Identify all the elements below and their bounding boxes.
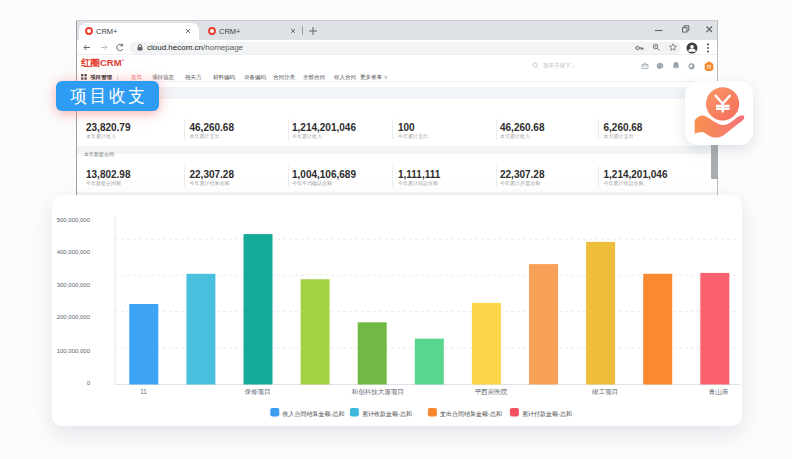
svg-text:支出合同结算金额-总和: 支出合同结算金额-总和: [440, 410, 502, 418]
svg-text:400,000,000: 400,000,000: [57, 249, 91, 255]
svg-text:平西府医院: 平西府医院: [475, 388, 508, 396]
svg-text:累计收款金额-总和: 累计收款金额-总和: [362, 410, 412, 418]
svg-text:和创科技大厦项目: 和创科技大厦项目: [351, 388, 404, 396]
svg-text:200,000,000: 200,000,000: [57, 314, 91, 320]
svg-text:累计付款金额-总和: 累计付款金额-总和: [522, 410, 572, 418]
svg-text:11: 11: [140, 388, 147, 395]
svg-text:竣工项目: 竣工项目: [592, 388, 618, 395]
svg-text:500,000,000: 500,000,000: [57, 217, 91, 223]
svg-text:青山庙: 青山庙: [709, 388, 729, 395]
svg-text:收入合同结算金额-总和: 收入合同结算金额-总和: [283, 410, 345, 418]
svg-text:保修项目: 保修项目: [245, 388, 271, 395]
svg-text:300,000,000: 300,000,000: [57, 282, 91, 288]
svg-text:0: 0: [87, 380, 91, 386]
svg-text:100,000,000: 100,000,000: [57, 348, 91, 354]
